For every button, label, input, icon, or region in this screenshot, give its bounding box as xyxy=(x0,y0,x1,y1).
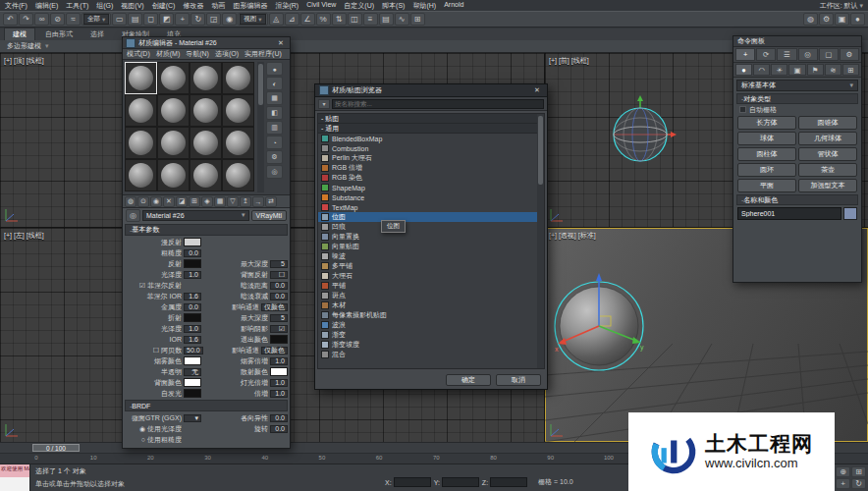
go-to-sibling-icon[interactable]: → xyxy=(252,196,264,207)
map-list-item[interactable]: Combustion xyxy=(318,143,537,153)
select-by-material-icon[interactable]: ◎ xyxy=(266,165,283,179)
menu-item[interactable]: Arnold xyxy=(444,1,463,11)
snaps-toggle-icon[interactable]: ⊿ xyxy=(285,13,299,26)
material-sample-slot[interactable] xyxy=(190,94,222,127)
select-and-move-icon[interactable]: + xyxy=(175,13,190,26)
show-end-result-icon[interactable]: ▽ xyxy=(227,196,239,207)
color-swatch[interactable] xyxy=(184,238,201,246)
search-input[interactable] xyxy=(332,99,544,109)
options-icon[interactable]: ⚙ xyxy=(266,150,283,164)
map-list-item[interactable]: 每像素摄影机贴图 xyxy=(318,310,537,320)
param-value[interactable]: 0.0 xyxy=(184,303,201,311)
close-icon[interactable]: ✕ xyxy=(531,85,543,95)
map-list-item[interactable]: 噪波 xyxy=(318,251,537,261)
material-sample-slot[interactable] xyxy=(222,62,254,94)
primitive-button[interactable]: 平面 xyxy=(737,179,796,192)
map-list-item[interactable]: 多平铺 xyxy=(318,261,537,271)
sample-scrollbar[interactable] xyxy=(257,62,264,192)
select-and-scale-icon[interactable]: ◲ xyxy=(206,13,221,26)
material-editor-menu-item[interactable]: 导航(N) xyxy=(186,49,209,59)
menu-item[interactable]: 创建(C) xyxy=(152,1,176,11)
map-list-item[interactable]: 位图 xyxy=(318,212,537,222)
macro-recorder-pane[interactable]: 欢迎使用 MAXScript xyxy=(0,464,29,477)
material-sample-slot[interactable] xyxy=(157,127,190,159)
display-tab-icon[interactable]: ▢ xyxy=(819,48,839,61)
map-list-item[interactable]: 斑点 xyxy=(318,291,537,300)
param-value-right[interactable]: ☐ xyxy=(270,271,288,279)
render-setup-icon[interactable]: ⚙ xyxy=(819,13,834,26)
redo-icon[interactable]: ↷ xyxy=(19,13,33,26)
menu-item[interactable]: 文件(F) xyxy=(5,1,27,11)
param-value-right[interactable]: 0.0 xyxy=(270,414,288,422)
coordinate-input[interactable] xyxy=(442,477,479,487)
param-value[interactable]: 50.0 xyxy=(184,347,203,355)
percent-snap-icon[interactable]: % xyxy=(316,13,331,26)
hierarchy-tab-icon[interactable]: ☰ xyxy=(777,48,796,61)
modify-tab-icon[interactable]: ⟳ xyxy=(756,48,776,61)
time-slider-handle[interactable]: 0 / 100 xyxy=(32,444,80,452)
param-value-right[interactable]: 1.0 xyxy=(270,379,288,387)
map-list-item[interactable]: 凹痕 xyxy=(318,222,537,232)
param-value-right[interactable]: 仅颜色 xyxy=(261,303,288,311)
param-value-right[interactable]: 0.0 xyxy=(270,282,288,290)
material-sample-slot[interactable] xyxy=(125,94,157,127)
go-to-parent-icon[interactable]: ↥ xyxy=(240,196,251,207)
param-value-right[interactable]: 1.0 xyxy=(270,390,288,398)
viewport-left-label[interactable]: [+] [左] [线框] xyxy=(4,231,44,241)
material-sample-slot[interactable] xyxy=(157,62,190,94)
material-editor-menu-item[interactable]: 材质(M) xyxy=(156,49,181,59)
menu-item[interactable]: 工具(T) xyxy=(66,1,88,11)
primitive-button[interactable]: 球体 xyxy=(737,132,796,145)
listener-pane[interactable] xyxy=(0,477,29,491)
coordinate-input[interactable] xyxy=(490,477,527,487)
material-sample-slot[interactable] xyxy=(157,159,190,191)
material-editor-menu-item[interactable]: 实用程序(U) xyxy=(244,49,282,59)
reference-coordinate-dropdown[interactable]: 视图 xyxy=(238,13,267,26)
undo-icon[interactable]: ↶ xyxy=(3,13,18,26)
name-color-rollout[interactable]: 名称和颜色 xyxy=(736,194,858,205)
primitive-button[interactable]: 圆柱体 xyxy=(737,147,796,161)
primitive-button[interactable]: 圆锥体 xyxy=(798,116,857,130)
menu-item[interactable]: 帮助(H) xyxy=(412,1,436,11)
angle-snap-icon[interactable]: ∠ xyxy=(300,13,315,26)
assign-material-icon[interactable]: ◉ xyxy=(150,196,162,207)
color-swatch[interactable] xyxy=(184,259,201,268)
sample-type-icon[interactable]: ● xyxy=(266,62,283,76)
curve-editor-icon[interactable]: ∿ xyxy=(395,13,409,26)
align-icon[interactable]: ≡ xyxy=(363,13,378,26)
map-browser-titlebar[interactable]: 材质/贴图浏览器 ✕ xyxy=(315,84,547,97)
coordinate-input[interactable] xyxy=(394,477,431,487)
motion-tab-icon[interactable]: ◎ xyxy=(798,48,818,61)
material-sample-slot[interactable] xyxy=(190,127,222,159)
menu-item[interactable]: 编辑(E) xyxy=(35,1,58,11)
param-value-right[interactable]: ☑ xyxy=(270,325,288,333)
layer-manager-icon[interactable]: ▤ xyxy=(379,13,394,26)
rollout-header[interactable]: BRDF xyxy=(125,400,288,411)
browser-options-icon[interactable]: ▾ xyxy=(318,99,330,109)
map-list-item[interactable]: 平铺 xyxy=(318,281,537,291)
material-sample-slot[interactable] xyxy=(190,159,222,191)
primitive-button[interactable]: 加强型文本 xyxy=(798,179,857,192)
material-sample-slot[interactable] xyxy=(157,94,190,127)
ribbon-tab[interactable]: 建模 xyxy=(4,27,35,40)
menu-item[interactable]: Civil View xyxy=(306,1,336,11)
material-id-icon[interactable]: ◈ xyxy=(201,196,213,207)
spinner-snap-icon[interactable]: ⇅ xyxy=(332,13,347,26)
video-color-check-icon[interactable]: ▥ xyxy=(266,121,283,135)
sample-tiling-icon[interactable]: ◧ xyxy=(266,106,283,120)
autogrid-checkbox[interactable] xyxy=(739,106,746,113)
use-pivot-point-icon[interactable]: ◬ xyxy=(269,13,284,26)
make-unique-icon[interactable]: ◪ xyxy=(176,196,188,207)
map-list-item[interactable]: BlendedBoxMap xyxy=(318,134,537,143)
schematic-view-icon[interactable]: ⊞ xyxy=(410,13,425,26)
map-list-item[interactable]: 波浪 xyxy=(318,320,537,330)
get-material-icon[interactable]: ◍ xyxy=(125,196,136,207)
put-material-icon[interactable]: ⊙ xyxy=(137,196,149,207)
zoom-icon[interactable]: ⊕ xyxy=(836,466,850,477)
primitive-button[interactable]: 茶壶 xyxy=(798,163,857,177)
select-and-rotate-icon[interactable]: ↻ xyxy=(190,13,205,26)
map-list-item[interactable]: - 通用 xyxy=(318,124,537,134)
material-type-button[interactable]: VRayMtl xyxy=(251,210,287,221)
command-panel-titlebar[interactable]: 命令面板 xyxy=(733,36,861,47)
show-map-in-viewport-icon[interactable]: ▦ xyxy=(214,196,226,207)
